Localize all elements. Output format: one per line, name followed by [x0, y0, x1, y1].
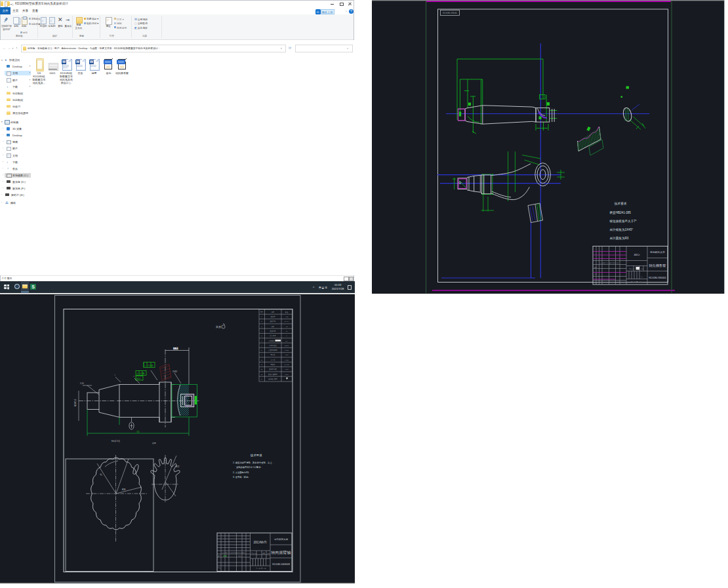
- svg-text:河南科技大学: 河南科技大学: [650, 250, 665, 254]
- svg-text:K向(2.5:1): K向(2.5:1): [111, 440, 120, 442]
- svg-text:4.72m: 4.72m: [285, 359, 289, 361]
- svg-text:A: A: [143, 372, 144, 375]
- svg-text:20CrMnTi: 20CrMnTi: [254, 541, 267, 544]
- svg-text:河南科技大学: 河南科技大学: [274, 538, 289, 541]
- svg-text:R17: R17: [176, 465, 180, 468]
- svg-text:0.12m: 0.12m: [285, 349, 289, 351]
- svg-text:1X45°: 1X45°: [172, 370, 178, 373]
- svg-text:序号: 序号: [260, 311, 264, 313]
- svg-text:40ug: 40ug: [285, 368, 289, 370]
- svg-text:锻造拔模角不大于7°: 锻造拔模角不大于7°: [609, 219, 637, 223]
- svg-text:40Cr: 40Cr: [634, 253, 640, 256]
- svg-text:共 1 张 第 1 张: 共 1 张 第 1 张: [631, 281, 641, 283]
- svg-text:精铸: 精铸: [223, 555, 227, 557]
- svg-text:3. 去毛刺、锐边.: 3. 去毛刺、锐边.: [233, 475, 249, 479]
- svg-text:78mm: 78mm: [285, 345, 289, 346]
- svg-text:4mm: 4mm: [285, 354, 288, 355]
- svg-text:18.42m: 18.42m: [284, 364, 289, 365]
- svg-text:332: 332: [136, 431, 140, 433]
- svg-text:KD1080-S30401: KD1080-S30401: [649, 277, 666, 279]
- svg-text:转向摇臂轴: 转向摇臂轴: [272, 550, 291, 555]
- svg-text:⊥: ⊥: [144, 364, 146, 367]
- svg-text:M24X1.5: M24X1.5: [74, 399, 77, 406]
- svg-text:M24: M24: [136, 378, 140, 380]
- svg-text:技术要求: 技术要求: [250, 454, 262, 457]
- svg-text:去除参数厚度1.0~1.2毫米.: 去除参数厚度1.0~1.2毫米.: [236, 465, 261, 469]
- svg-text:1:10: 1:10: [80, 382, 84, 385]
- svg-text:转向梯形臂: 转向梯形臂: [649, 264, 666, 267]
- svg-text:4°38': 4°38': [285, 316, 289, 317]
- svg-text:4m: 4m: [285, 326, 287, 327]
- svg-text:1. 锻造花键不清除，其余部分去除，并上，: 1. 锻造花键不清除，其余部分去除，并上，: [233, 461, 274, 464]
- svg-text:106.5: 106.5: [173, 347, 178, 350]
- svg-text:A: A: [152, 364, 153, 367]
- svg-text:共 1 张 第 1 张: 共 1 张 第 1 张: [256, 568, 266, 570]
- svg-text:R39: R39: [122, 488, 126, 491]
- svg-text:◎: ◎: [136, 372, 138, 375]
- svg-text:比例: 比例: [152, 442, 156, 444]
- svg-text:KD1080-S3040: KD1080-S3040: [443, 12, 457, 14]
- svg-text:2. 未注圆角为R1.: 2. 未注圆角为R1.: [233, 471, 249, 474]
- svg-text:87°14': 87°14': [285, 321, 289, 322]
- svg-text:0.016: 0.016: [285, 374, 289, 375]
- svg-text:硬度HB241-285: 硬度HB241-285: [610, 210, 632, 215]
- svg-text:KD1080-3408008: KD1080-3408008: [272, 563, 290, 566]
